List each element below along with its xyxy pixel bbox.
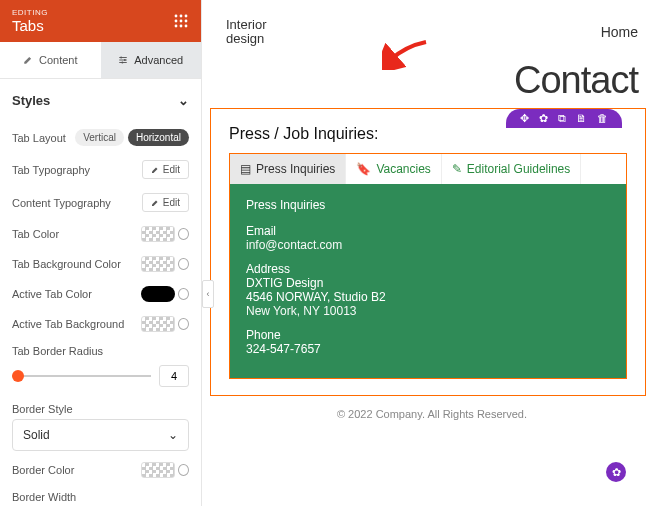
- address-line: DXTIG Design: [246, 276, 610, 290]
- pencil-icon: [151, 166, 159, 174]
- styles-section-header[interactable]: Styles ⌄: [12, 79, 189, 122]
- svg-point-0: [175, 15, 178, 18]
- field-label: Active Tab Color: [12, 288, 92, 300]
- border-radius-control: [12, 361, 189, 397]
- content-tab-label: Content: [39, 54, 78, 66]
- email-label: Email: [246, 224, 610, 238]
- pencil-icon: [23, 55, 33, 65]
- tab-layout-field: Tab Layout Vertical Horizontal: [12, 122, 189, 153]
- svg-point-4: [180, 20, 183, 23]
- content-tab[interactable]: Content: [0, 42, 101, 78]
- editing-header: EDITING Tabs: [0, 0, 201, 42]
- advanced-tab[interactable]: Advanced: [101, 42, 202, 78]
- widget-canvas[interactable]: Press / Job Inquiries: ▤ Press Inquiries…: [210, 108, 646, 396]
- svg-point-9: [120, 57, 122, 59]
- active-tab-color-field: Active Tab Color: [12, 279, 189, 309]
- svg-point-10: [124, 59, 126, 61]
- tab-editorial[interactable]: ✎ Editorial Guidelines: [442, 154, 581, 184]
- svg-point-11: [122, 62, 124, 64]
- svg-point-7: [180, 25, 183, 28]
- color-picker[interactable]: [141, 316, 189, 332]
- field-label: Border Color: [12, 464, 74, 476]
- tab-bg-field: Tab Background Color: [12, 249, 189, 279]
- globe-icon: [178, 228, 189, 240]
- advanced-tab-label: Advanced: [134, 54, 183, 66]
- color-picker[interactable]: [141, 286, 189, 302]
- page-title: Contact: [226, 59, 638, 102]
- layout-horizontal[interactable]: Horizontal: [128, 129, 189, 146]
- edit-content-typography-button[interactable]: Edit: [142, 193, 189, 212]
- tab-color-field: Tab Color: [12, 219, 189, 249]
- layout-vertical[interactable]: Vertical: [75, 129, 124, 146]
- page-title-wrap: Contact ✥ ✿ ⧉ 🗎 🗑: [202, 59, 662, 108]
- radius-input[interactable]: [159, 365, 189, 387]
- svg-point-8: [185, 25, 188, 28]
- pen-icon: ✎: [452, 162, 462, 176]
- panel-tabs: Content Advanced: [0, 42, 201, 79]
- globe-icon: [178, 318, 189, 330]
- border-width-label: Border Width: [12, 485, 189, 506]
- preview-area: ‹ Interior design Home Contact ✥ ✿ ⧉ 🗎 🗑…: [202, 0, 662, 506]
- sliders-icon: [118, 55, 128, 65]
- chevron-down-icon: ⌄: [168, 428, 178, 442]
- border-color-field: Border Color: [12, 455, 189, 485]
- list-icon: ▤: [240, 162, 251, 176]
- svg-point-2: [185, 15, 188, 18]
- tab-press-inquiries[interactable]: ▤ Press Inquiries: [230, 154, 346, 184]
- color-picker[interactable]: [141, 462, 189, 478]
- tab-content: Press Inquiries Email info@contact.com A…: [230, 184, 626, 378]
- svg-point-3: [175, 20, 178, 23]
- content-heading: Press Inquiries: [246, 198, 610, 212]
- section-title: Styles: [12, 93, 50, 108]
- color-picker[interactable]: [141, 256, 189, 272]
- border-radius-label: Tab Border Radius: [12, 339, 189, 361]
- email-value: info@contact.com: [246, 238, 610, 252]
- pencil-icon: [151, 199, 159, 207]
- settings-fab[interactable]: ✿: [606, 462, 626, 482]
- nav-home[interactable]: Home: [601, 24, 638, 40]
- field-label: Tab Color: [12, 228, 59, 240]
- site-header: Interior design Home: [202, 0, 662, 59]
- active-tab-bg-field: Active Tab Background: [12, 309, 189, 339]
- apps-grid-icon[interactable]: [173, 13, 189, 29]
- border-style-select[interactable]: Solid ⌄: [12, 419, 189, 451]
- svg-point-6: [175, 25, 178, 28]
- field-label: Active Tab Background: [12, 318, 124, 330]
- address-line: New York, NY 10013: [246, 304, 610, 318]
- editor-sidebar: EDITING Tabs Content Advanced Styles ⌄ T…: [0, 0, 202, 506]
- content-typography-field: Content Typography Edit: [12, 186, 189, 219]
- chevron-down-icon: ⌄: [178, 93, 189, 108]
- tab-typography-field: Tab Typography Edit: [12, 153, 189, 186]
- border-style-label: Border Style: [12, 397, 189, 419]
- globe-icon: [178, 288, 189, 300]
- brand-logo[interactable]: Interior design: [226, 18, 286, 47]
- globe-icon: [178, 464, 189, 476]
- svg-point-1: [180, 15, 183, 18]
- globe-icon: [178, 258, 189, 270]
- widget-name: Tabs: [12, 17, 44, 34]
- section-heading: Press / Job Inquiries:: [229, 125, 627, 143]
- address-line: 4546 NORWAY, Studio B2: [246, 290, 610, 304]
- collapse-sidebar-handle[interactable]: ‹: [202, 280, 214, 308]
- tab-vacancies[interactable]: 🔖 Vacancies: [346, 154, 441, 184]
- field-label: Content Typography: [12, 197, 111, 209]
- phone-value: 324-547-7657: [246, 342, 610, 356]
- field-label: Tab Layout: [12, 132, 66, 144]
- field-label: Tab Background Color: [12, 258, 121, 270]
- address-label: Address: [246, 262, 610, 276]
- site-footer: © 2022 Company. All Rights Reserved.: [202, 396, 662, 434]
- radius-slider[interactable]: [12, 375, 151, 377]
- editing-label: EDITING: [12, 8, 48, 17]
- field-label: Tab Typography: [12, 164, 90, 176]
- tabs-header: ▤ Press Inquiries 🔖 Vacancies ✎ Editoria…: [230, 154, 626, 184]
- color-picker[interactable]: [141, 226, 189, 242]
- edit-typography-button[interactable]: Edit: [142, 160, 189, 179]
- styles-panel: Styles ⌄ Tab Layout Vertical Horizontal …: [0, 79, 201, 506]
- svg-point-5: [185, 20, 188, 23]
- tabs-widget: ▤ Press Inquiries 🔖 Vacancies ✎ Editoria…: [229, 153, 627, 379]
- phone-label: Phone: [246, 328, 610, 342]
- bookmark-icon: 🔖: [356, 162, 371, 176]
